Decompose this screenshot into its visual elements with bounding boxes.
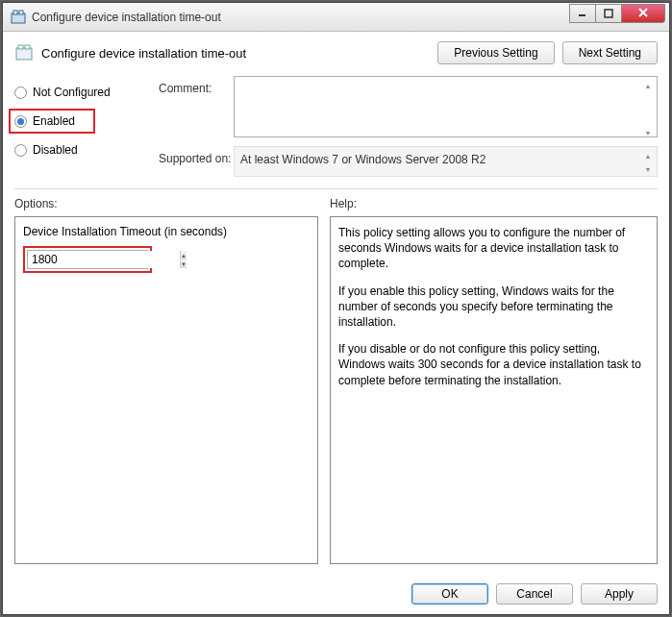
help-paragraph: If you disable or do not configure this … bbox=[338, 341, 649, 388]
supported-box: At least Windows 7 or Windows Server 200… bbox=[234, 146, 658, 177]
supported-scrollbar[interactable] bbox=[640, 148, 656, 175]
svg-rect-8 bbox=[18, 45, 23, 49]
footer: OK Cancel Apply bbox=[3, 574, 669, 614]
svg-rect-9 bbox=[25, 45, 30, 49]
comment-label: Comment: bbox=[159, 76, 234, 140]
policy-icon bbox=[14, 43, 34, 62]
help-paragraph: If you enable this policy setting, Windo… bbox=[338, 284, 649, 331]
scroll-up-icon bbox=[645, 78, 652, 91]
radio-disabled[interactable]: Disabled bbox=[14, 137, 159, 162]
window-controls bbox=[569, 4, 669, 23]
header-row: Configure device installation time-out P… bbox=[14, 41, 658, 64]
radio-icon bbox=[14, 86, 27, 99]
help-column: Help: This policy setting allows you to … bbox=[330, 197, 658, 564]
radio-label: Disabled bbox=[33, 143, 78, 157]
close-button[interactable] bbox=[621, 4, 665, 23]
comment-textarea[interactable] bbox=[234, 76, 658, 137]
svg-rect-4 bbox=[605, 10, 612, 17]
comment-scrollbar[interactable] bbox=[640, 78, 656, 138]
state-radio-group: Not Configured Enabled Disabled bbox=[14, 76, 159, 177]
config-row-comment: Not Configured Enabled Disabled Comment: bbox=[14, 76, 658, 177]
titlebar[interactable]: Configure device installation time-out bbox=[3, 3, 669, 32]
cancel-button[interactable]: Cancel bbox=[496, 583, 573, 605]
radio-icon bbox=[14, 144, 27, 157]
radio-label: Not Configured bbox=[33, 86, 111, 99]
apply-button[interactable]: Apply bbox=[581, 583, 658, 605]
svg-rect-2 bbox=[19, 11, 23, 14]
help-paragraph: This policy setting allows you to config… bbox=[338, 225, 649, 272]
window-title: Configure device installation time-out bbox=[32, 11, 569, 24]
next-setting-button[interactable]: Next Setting bbox=[562, 41, 658, 64]
svg-rect-7 bbox=[16, 48, 32, 60]
supported-label: Supported on: bbox=[159, 146, 234, 177]
timeout-input[interactable] bbox=[28, 251, 180, 268]
dialog-window: Configure device installation time-out C… bbox=[2, 2, 670, 615]
svg-rect-1 bbox=[13, 11, 17, 14]
spinner-down-button[interactable]: ▼ bbox=[181, 259, 187, 268]
radio-not-configured[interactable]: Not Configured bbox=[14, 80, 159, 105]
maximize-button[interactable] bbox=[595, 4, 622, 23]
page-title: Configure device installation time-out bbox=[41, 46, 430, 61]
supported-value: At least Windows 7 or Windows Server 200… bbox=[240, 153, 651, 166]
options-header: Options: bbox=[14, 197, 318, 210]
app-icon bbox=[11, 10, 26, 25]
help-header: Help: bbox=[330, 197, 658, 210]
options-panel: Device Installation Timeout (in seconds)… bbox=[14, 216, 318, 564]
timeout-highlight: ▲ ▼ bbox=[23, 246, 152, 273]
scroll-down-icon bbox=[645, 161, 652, 175]
help-panel: This policy setting allows you to config… bbox=[330, 216, 658, 564]
radio-icon bbox=[14, 115, 27, 128]
separator bbox=[14, 188, 658, 189]
previous-setting-button[interactable]: Previous Setting bbox=[437, 41, 554, 64]
timeout-spinner: ▲ ▼ bbox=[27, 250, 148, 269]
radio-enabled[interactable]: Enabled bbox=[9, 109, 95, 134]
options-column: Options: Device Installation Timeout (in… bbox=[14, 197, 318, 564]
ok-button[interactable]: OK bbox=[411, 583, 488, 605]
main-area: Options: Device Installation Timeout (in… bbox=[14, 197, 658, 564]
radio-label: Enabled bbox=[33, 114, 75, 128]
timeout-label: Device Installation Timeout (in seconds) bbox=[23, 225, 310, 238]
content-area: Configure device installation time-out P… bbox=[3, 32, 669, 574]
scroll-down-icon bbox=[645, 125, 652, 138]
minimize-button[interactable] bbox=[569, 4, 596, 23]
scroll-up-icon bbox=[645, 148, 652, 161]
spinner-up-button[interactable]: ▲ bbox=[181, 251, 187, 259]
